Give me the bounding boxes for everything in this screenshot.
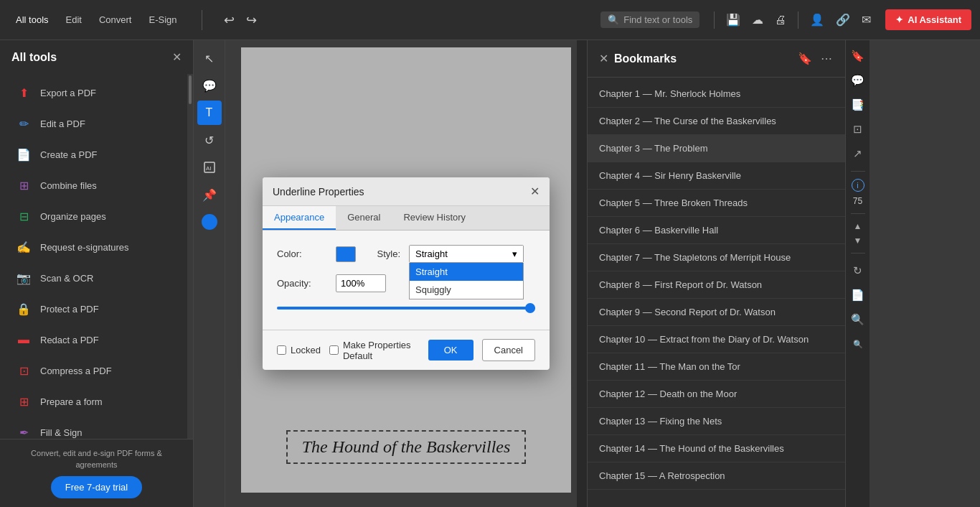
- right-panel-bookmark2-icon[interactable]: 📑: [848, 95, 868, 115]
- bookmark-item-2[interactable]: Chapter 2 — The Curse of the Baskerville…: [588, 108, 845, 135]
- redo-button[interactable]: ↪: [242, 9, 261, 31]
- topbar-search[interactable]: 🔍 Find text or tools: [600, 11, 699, 28]
- bookmark-item-12[interactable]: Chapter 12 — Death on the Moor: [588, 381, 845, 408]
- combine-icon: ⊞: [16, 177, 32, 193]
- style-option-squiggly[interactable]: Squiggly: [410, 281, 523, 299]
- bookmark-item-3[interactable]: Chapter 3 — The Problem: [588, 135, 845, 162]
- locked-checkbox[interactable]: [277, 345, 286, 355]
- sidebar-item-compress[interactable]: ⊡ Compress a PDF: [4, 355, 183, 386]
- ai-assistant-button[interactable]: ✦ AI Assistant: [885, 9, 971, 30]
- locked-checkbox-label[interactable]: Locked: [277, 345, 321, 355]
- bookmark-item-6[interactable]: Chapter 6 — Baskerville Hall: [588, 217, 845, 244]
- bookmark-item-8[interactable]: Chapter 8 — First Report of Dr. Watson: [588, 271, 845, 299]
- nav-all-tools[interactable]: All tools: [9, 10, 56, 29]
- text-tool-button[interactable]: T: [197, 101, 222, 125]
- sidebar-close-button[interactable]: ✕: [172, 50, 182, 64]
- slider-fill: [277, 307, 535, 310]
- pin-tool-button[interactable]: 📌: [197, 182, 222, 207]
- undo-button[interactable]: ↩: [220, 9, 239, 31]
- scroll-down-icon[interactable]: ▼: [854, 236, 862, 246]
- sidebar-item-protect[interactable]: 🔒 Protect a PDF: [4, 294, 183, 324]
- sidebar-scrollbar[interactable]: [187, 74, 193, 439]
- sidebar-inner: ⬆ Export a PDF ✏ Edit a PDF 📄 Create a P…: [0, 74, 193, 439]
- bookmark-item-1[interactable]: Chapter 1 — Mr. Sherlock Holmes: [588, 80, 845, 108]
- style-option-straight[interactable]: Straight: [410, 263, 523, 281]
- right-panel-copy-icon[interactable]: ⊡: [848, 119, 868, 139]
- slider-thumb[interactable]: [525, 303, 535, 313]
- nav-esign[interactable]: E-Sign: [141, 10, 184, 29]
- style-selected-value: Straight: [415, 248, 448, 259]
- opacity-slider-track[interactable]: [277, 307, 535, 310]
- comment-tool-button[interactable]: 💬: [197, 73, 222, 98]
- email-icon[interactable]: ✉: [859, 10, 874, 29]
- tab-appearance[interactable]: Appearance: [263, 206, 336, 230]
- sidebar-item-organize[interactable]: ⊟ Organize pages: [4, 201, 183, 231]
- bookmark-item-14[interactable]: Chapter 14 — The Hound of the Baskervill…: [588, 435, 845, 462]
- tab-review-history[interactable]: Review History: [392, 206, 477, 230]
- nav-edit[interactable]: Edit: [59, 10, 89, 29]
- account-icon[interactable]: 👤: [807, 10, 827, 29]
- sidebar-item-prepare[interactable]: ⊞ Prepare a form: [4, 386, 183, 417]
- sidebar-item-create[interactable]: 📄 Create a PDF: [4, 139, 183, 169]
- right-panel-share-icon[interactable]: ↗: [848, 144, 868, 164]
- sidebar-item-compress-label: Compress a PDF: [40, 366, 112, 376]
- bookmark-add-icon[interactable]: 🔖: [796, 50, 814, 67]
- select-tool-button[interactable]: ↖: [197, 46, 222, 70]
- scan-icon: 📷: [16, 270, 32, 286]
- modal-overlay[interactable]: Underline Properties ✕ Appearance Genera…: [225, 40, 587, 507]
- color-tool-button[interactable]: [197, 210, 222, 234]
- nav-convert[interactable]: Convert: [92, 10, 139, 29]
- color-swatch[interactable]: [336, 246, 356, 262]
- bookmark-item-13[interactable]: Chapter 13 — Fixing the Nets: [588, 408, 845, 435]
- upload-icon[interactable]: ☁: [749, 10, 766, 29]
- fill-icon: ✒: [16, 424, 32, 439]
- sidebar-item-request[interactable]: ✍ Request e-signatures: [4, 232, 183, 262]
- compress-icon: ⊡: [16, 363, 32, 378]
- ok-button[interactable]: OK: [428, 340, 473, 361]
- sidebar-item-edit[interactable]: ✏ Edit a PDF: [4, 108, 183, 139]
- bookmark-item-9[interactable]: Chapter 9 — Second Report of Dr. Watson: [588, 299, 845, 326]
- scroll-up-icon[interactable]: ▲: [854, 221, 862, 231]
- bookmark-item-10[interactable]: Chapter 10 — Extract from the Diary of D…: [588, 326, 845, 353]
- right-panel-bookmarks-icon[interactable]: 🔖: [848, 46, 868, 66]
- sidebar-item-fill[interactable]: ✒ Fill & Sign: [4, 417, 183, 439]
- zoom-in-icon[interactable]: 🔍: [848, 310, 868, 330]
- bookmark-item-15[interactable]: Chapter 15 — A Retrospection: [588, 462, 845, 490]
- sidebar-item-export[interactable]: ⬆ Export a PDF: [4, 78, 183, 108]
- bookmark-item-4[interactable]: Chapter 4 — Sir Henry Baskerville: [588, 162, 845, 190]
- sidebar-item-scan[interactable]: 📷 Scan & OCR: [4, 263, 183, 293]
- style-select[interactable]: Straight ▾: [409, 245, 524, 263]
- ocr-tool-button[interactable]: AI: [197, 155, 222, 180]
- bookmark-item-11[interactable]: Chapter 11 — The Man on the Tor: [588, 353, 845, 381]
- sidebar-item-request-label: Request e-signatures: [40, 242, 129, 253]
- sidebar-title: All tools: [11, 51, 57, 64]
- bookmarks-header: ✕ Bookmarks 🔖 ⋯: [588, 40, 845, 78]
- sidebar-item-combine[interactable]: ⊞ Combine files: [4, 170, 183, 200]
- refresh-icon[interactable]: ↻: [848, 261, 868, 281]
- modal-footer: Locked Make Properties Default OK Cancel: [263, 330, 550, 370]
- bookmark-item-7[interactable]: Chapter 7 — The Stapletons of Merripit H…: [588, 244, 845, 271]
- make-default-checkbox-label[interactable]: Make Properties Default: [329, 340, 411, 361]
- prepare-icon: ⊞: [16, 394, 32, 409]
- style-select-selected[interactable]: Straight ▾: [410, 246, 523, 262]
- share-icon[interactable]: 🔗: [833, 10, 853, 29]
- make-default-checkbox[interactable]: [329, 345, 339, 355]
- save-icon[interactable]: 💾: [723, 10, 743, 29]
- free-trial-button[interactable]: Free 7-day trial: [51, 476, 142, 498]
- draw-tool-button[interactable]: ↺: [197, 128, 222, 152]
- bookmarks-close-button[interactable]: ✕: [599, 52, 608, 65]
- modal-close-button[interactable]: ✕: [530, 185, 540, 198]
- bookmark-item-5[interactable]: Chapter 5 — Three Broken Threads: [588, 190, 845, 217]
- sidebar-item-scan-label: Scan & OCR: [40, 273, 93, 284]
- sidebar-item-redact[interactable]: ▬ Redact a PDF: [4, 325, 183, 355]
- redact-icon: ▬: [16, 332, 32, 348]
- tab-general[interactable]: General: [336, 206, 392, 230]
- zoom-out-icon[interactable]: 🔍: [848, 334, 868, 354]
- right-panel-comment-icon[interactable]: 💬: [848, 70, 868, 90]
- right-panel-info-icon[interactable]: i: [852, 179, 864, 192]
- bookmarks-menu-icon[interactable]: ⋯: [819, 50, 834, 67]
- print-icon[interactable]: 🖨: [772, 11, 789, 29]
- page-icon[interactable]: 📄: [848, 285, 868, 305]
- cancel-button[interactable]: Cancel: [482, 339, 535, 361]
- opacity-input[interactable]: [336, 274, 386, 292]
